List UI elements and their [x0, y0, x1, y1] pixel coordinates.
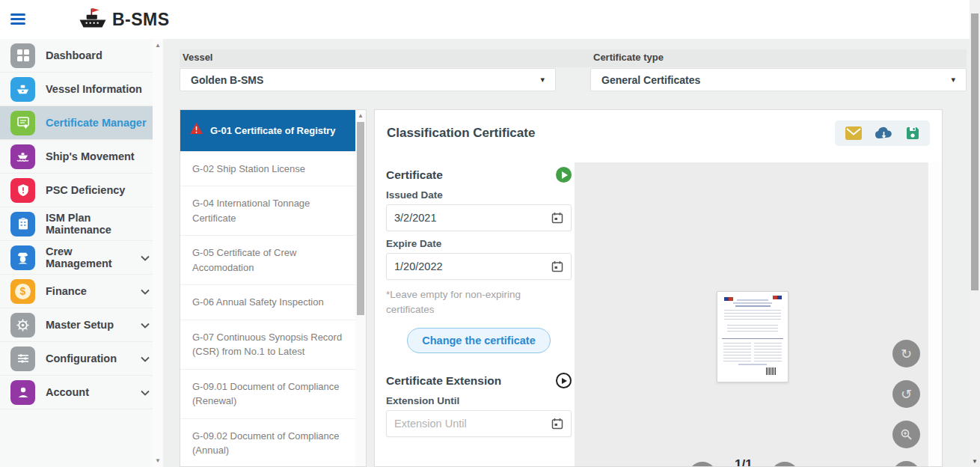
sidebar-item-account[interactable]: Account	[0, 376, 163, 409]
mail-icon[interactable]	[845, 126, 863, 141]
sidebar-item-label: Ship's Movement	[46, 150, 135, 162]
chevron-down-icon	[141, 385, 150, 399]
certificate-list-item-g0902[interactable]: G-09.02 Document of Compliance (Annual)	[180, 419, 355, 467]
sidebar-item-crew-management[interactable]: Crew Management	[0, 241, 163, 275]
sidebar-item-label: Vessel Information	[46, 83, 142, 95]
sidebar-item-label: Finance	[46, 285, 87, 297]
page-indicator: 1/1	[735, 457, 753, 466]
caret-down-icon: ▾	[951, 75, 955, 85]
chevron-down-icon	[141, 352, 150, 365]
sidebar-item-dashboard[interactable]: Dashboard	[0, 39, 163, 73]
certificate-list: G-01 Certificate of Registry G-02 Ship S…	[180, 109, 367, 467]
menu-icon[interactable]	[10, 13, 25, 25]
certificate-list-item-g05[interactable]: G-05 Certificate of Crew Accomodation	[180, 236, 355, 285]
top-bar: B-SMS	[0, 0, 980, 39]
vessel-select[interactable]: Golden B-SMS ▾	[180, 68, 556, 91]
certificate-type-select[interactable]: General Certificates ▾	[590, 68, 967, 91]
certificate-list-item-g02[interactable]: G-02 Ship Station License	[180, 152, 355, 187]
certificate-list-scrollbar[interactable]: ▲	[355, 110, 366, 466]
certificate-list-item-label: G-01 Certificate of Registry	[210, 123, 336, 138]
zoom-in-button[interactable]	[892, 421, 920, 448]
scrollbar-thumb[interactable]	[357, 122, 364, 315]
extension-until-field[interactable]	[386, 410, 572, 437]
sidebar-item-configuration[interactable]: Configuration	[0, 342, 163, 376]
expand-section-button[interactable]	[556, 373, 572, 388]
issued-date-input[interactable]	[394, 212, 551, 224]
preview-scrollbar-track[interactable]	[928, 162, 942, 466]
scrollbar-thumb[interactable]	[971, 13, 979, 290]
sidebar-item-certificate-manager[interactable]: Certificate Manager	[0, 106, 163, 140]
sidebar-item-label: Configuration	[46, 352, 117, 364]
page-scrollbar[interactable]: ▼	[970, 0, 980, 467]
scroll-down-icon[interactable]: ▼	[970, 458, 980, 465]
scroll-down-icon[interactable]: ▼	[153, 457, 163, 464]
barcode	[766, 367, 776, 375]
sidebar-item-ships-movement[interactable]: Ship's Movement	[0, 140, 163, 174]
sidebar-item-label: Dashboard	[46, 49, 102, 61]
ship-movement-icon	[10, 144, 35, 169]
scroll-up-icon[interactable]: ▲	[153, 42, 163, 49]
expire-date-input[interactable]	[394, 260, 551, 272]
sidebar-item-label: Crew Management	[46, 245, 130, 269]
certificate-section-title: Certificate	[386, 168, 443, 182]
brand-logo: B-SMS	[78, 6, 170, 33]
certificate-detail-panel: Classification Certificate	[374, 109, 943, 467]
sidebar: Dashboard Vessel Information Certificate…	[0, 39, 163, 467]
ship-logo-icon	[78, 6, 108, 33]
non-expiring-note: *Leave empty for non-expiring certificat…	[386, 287, 566, 317]
sidebar-item-label: PSC Deficiency	[46, 184, 125, 196]
rotate-counterclockwise-button[interactable]: ↺	[892, 380, 920, 408]
vessel-icon	[10, 77, 35, 102]
zoom-out-button[interactable]	[892, 461, 920, 466]
chevron-down-icon	[141, 284, 150, 298]
sidebar-item-vessel-information[interactable]: Vessel Information	[0, 73, 163, 106]
change-certificate-button[interactable]: Change the certificate	[407, 328, 551, 353]
sliders-icon	[10, 347, 35, 371]
previous-page-button[interactable]	[688, 462, 717, 466]
document-preview-area: ↻ ↺ 1/1	[575, 162, 928, 466]
detail-action-bar	[835, 120, 930, 146]
main-area: Certificate Manager Certificate Validity…	[163, 0, 970, 467]
chevron-down-icon	[141, 318, 150, 332]
issued-date-label: Issued Date	[386, 189, 572, 201]
chevron-down-icon	[141, 251, 150, 264]
certificate-form: Certificate Issued Date Expire Date	[386, 155, 575, 466]
certificate-list-item-g06[interactable]: G-06 Annual Safety Inspection	[180, 285, 355, 320]
warning-icon	[189, 122, 203, 139]
sidebar-item-label: Certificate Manager	[46, 117, 147, 129]
next-page-button[interactable]	[771, 462, 799, 466]
sidebar-item-ism-plan-maintenance[interactable]: ISM Plan Maintenance	[0, 207, 163, 241]
certificate-list-item-g04[interactable]: G-04 International Tonnage Certificate	[180, 186, 355, 236]
calendar-icon[interactable]	[551, 212, 563, 224]
certificate-list-item-g0901[interactable]: G-09.01 Document of Compliance (Renewal)	[180, 370, 355, 419]
sidebar-scrollbar[interactable]: ▲ ▼	[153, 39, 163, 467]
vessel-select-value: Golden B-SMS	[191, 74, 263, 86]
rotate-clockwise-button[interactable]: ↻	[892, 340, 920, 367]
caret-down-icon: ▾	[540, 75, 545, 85]
certificate-detail-title: Classification Certificate	[387, 126, 535, 141]
extension-until-label: Extension Until	[386, 395, 572, 406]
page-navigation: 1/1	[688, 453, 799, 466]
captain-icon	[10, 245, 35, 270]
sidebar-item-label: Account	[46, 386, 89, 398]
clipboard-icon	[10, 212, 35, 236]
issued-date-field[interactable]	[386, 204, 572, 231]
cloud-download-icon[interactable]	[875, 126, 893, 141]
dashboard-icon	[10, 43, 35, 68]
calendar-icon[interactable]	[551, 260, 563, 272]
certificate-list-item-g01[interactable]: G-01 Certificate of Registry	[180, 110, 355, 152]
brand-name: B-SMS	[112, 10, 170, 30]
helm-icon	[10, 313, 35, 338]
collapse-section-button[interactable]	[556, 167, 572, 183]
sidebar-item-finance[interactable]: $ Finance	[0, 275, 163, 308]
sidebar-item-psc-deficiency[interactable]: PSC Deficiency	[0, 174, 163, 207]
sidebar-item-master-setup[interactable]: Master Setup	[0, 308, 163, 342]
save-icon[interactable]	[905, 126, 920, 141]
scroll-up-icon[interactable]: ▲	[355, 112, 366, 119]
certificate-document-preview[interactable]	[717, 291, 788, 382]
expire-date-field[interactable]	[386, 253, 572, 280]
extension-until-input[interactable]	[394, 418, 551, 430]
certificate-list-item-g07[interactable]: G-07 Continuous Synopsis Record (CSR) fr…	[180, 320, 355, 370]
calendar-icon[interactable]	[551, 418, 563, 430]
preview-controls: ↻ ↺	[892, 340, 920, 466]
